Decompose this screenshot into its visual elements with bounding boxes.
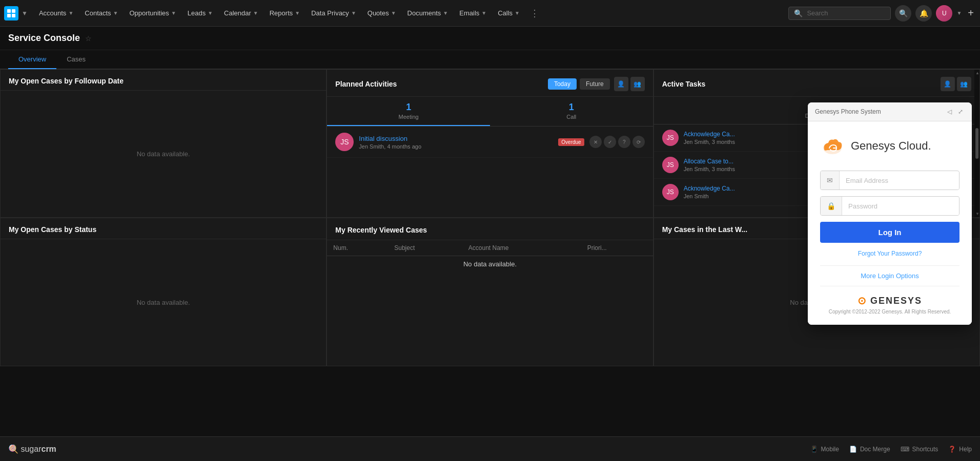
activity-meta: Jen Smith, 4 months ago <box>359 143 553 150</box>
genesys-brand-footer-text: GENESYS <box>870 296 922 306</box>
nav-item-contacts[interactable]: Contacts ▼ <box>79 6 123 20</box>
help-button[interactable]: ❓ Help <box>948 446 972 453</box>
doc-merge-button[interactable]: 📄 Doc Merge <box>849 446 890 453</box>
nav-item-data-privacy[interactable]: Data Privacy ▼ <box>306 6 361 20</box>
add-button[interactable]: + <box>966 5 976 21</box>
email-input[interactable] <box>840 172 959 190</box>
email-input-group[interactable]: ✉ <box>820 171 959 190</box>
tasks-view-buttons: 👤 👥 <box>941 77 971 91</box>
tasks-team-view-icon[interactable]: 👥 <box>957 77 971 91</box>
nav-item-reports[interactable]: Reports ▼ <box>264 6 305 20</box>
shortcuts-button[interactable]: ⌨ Shortcuts <box>901 446 938 453</box>
page-header: Service Console ☆ <box>0 27 980 50</box>
active-tasks-title: Active Tasks <box>662 80 706 88</box>
genesys-modal-header: Genesys Phone System ◁ ⤢ <box>808 102 972 121</box>
modal-expand-icon[interactable]: ⤢ <box>956 108 965 116</box>
tab-overview[interactable]: Overview <box>8 50 56 69</box>
open-cases-followup-panel: My Open Cases by Followup Date No data a… <box>0 69 326 218</box>
notifications-button[interactable]: 🔔 <box>915 5 932 22</box>
filter-today-button[interactable]: Today <box>548 78 577 90</box>
activity-item: JS Initial discussion Jen Smith, 4 month… <box>327 127 652 158</box>
shortcuts-icon: ⌨ <box>901 446 909 453</box>
team-view-icon[interactable]: 👥 <box>630 77 645 91</box>
tab-cases[interactable]: Cases <box>56 50 96 69</box>
task-avatar-3: JS <box>662 184 679 200</box>
nav-dropdown-arrow: ▼ <box>22 10 28 17</box>
genesys-modal-body: Genesys Cloud. ✉ 🔒 Log In Forgot Your Pa… <box>808 121 972 325</box>
nav-search-box[interactable]: 🔍 <box>788 7 891 20</box>
meeting-tab[interactable]: 1 Meeting <box>327 97 490 126</box>
more-login-options-link[interactable]: More Login Options <box>820 265 959 286</box>
recently-viewed-header: My Recently Viewed Cases <box>327 218 652 240</box>
nav-item-quotes[interactable]: Quotes ▼ <box>362 6 401 20</box>
tasks-scrollbar[interactable]: ▲ ▼ <box>974 70 979 217</box>
genesys-cloud-logo-icon <box>820 134 845 158</box>
tasks-individual-view-icon[interactable]: 👤 <box>941 77 955 91</box>
mobile-button[interactable]: 📱 Mobile <box>810 446 839 453</box>
top-nav: ▼ Accounts ▼ Contacts ▼ Opportunities ▼ … <box>0 0 980 27</box>
nav-item-documents[interactable]: Documents ▼ <box>402 6 454 20</box>
login-button[interactable]: Log In <box>820 222 959 243</box>
activity-info-icon[interactable]: ? <box>618 136 630 148</box>
nav-item-calls[interactable]: Calls ▼ <box>493 6 525 20</box>
open-cases-followup-title: My Open Cases by Followup Date <box>1 70 326 91</box>
activity-snooze-icon[interactable]: ⟳ <box>632 136 645 148</box>
search-input[interactable] <box>807 9 879 17</box>
activity-info: Initial discussion Jen Smith, 4 months a… <box>359 135 553 150</box>
activity-name[interactable]: Initial discussion <box>359 135 553 142</box>
activity-avatar: JS <box>335 133 354 151</box>
forgot-password-link[interactable]: Forgot Your Password? <box>820 250 959 257</box>
search-button[interactable]: 🔍 <box>895 5 911 22</box>
search-icon: 🔍 <box>794 9 803 17</box>
modal-collapse-icon[interactable]: ◁ <box>945 108 953 116</box>
sugarcrm-footer-logo: 🍭 sugarcrm <box>8 444 56 454</box>
col-subject: Subject <box>388 240 462 256</box>
footer-actions: 📱 Mobile 📄 Doc Merge ⌨ Shortcuts ❓ Help <box>810 446 972 453</box>
task-avatar-2: JS <box>662 157 679 173</box>
open-cases-followup-body: No data available. <box>1 91 326 217</box>
genesys-modal-controls: ◁ ⤢ <box>945 108 965 116</box>
recently-viewed-table: Num. Subject Account Name Priori... No d… <box>327 240 652 272</box>
sugarcrm-logo-icon <box>4 6 18 20</box>
svg-rect-0 <box>7 9 11 13</box>
svg-rect-1 <box>12 9 15 13</box>
activity-type-tabs: 1 Meeting 1 Call <box>327 97 652 127</box>
user-dropdown-arrow[interactable]: ▼ <box>956 10 962 16</box>
open-cases-status-body: No data available. <box>1 239 326 366</box>
svg-rect-3 <box>12 14 15 17</box>
activity-check-icon[interactable]: ✓ <box>604 136 616 148</box>
call-tab[interactable]: 1 Call <box>490 97 653 126</box>
genesys-logo-area: Genesys Cloud. <box>820 134 959 158</box>
nav-item-calendar[interactable]: Calendar ▼ <box>219 6 263 20</box>
genesys-g-icon: ⊙ <box>858 295 866 307</box>
planned-filter-buttons: Today Future <box>548 78 610 90</box>
genesys-phone-modal: Genesys Phone System ◁ ⤢ Genesys Cloud. … <box>808 102 972 325</box>
genesys-footer: ⊙ GENESYS Copyright ©2012-2022 Genesys. … <box>820 295 959 315</box>
svg-rect-2 <box>7 14 11 17</box>
activity-actions: ✕ ✓ ? ⟳ <box>589 136 645 148</box>
password-input[interactable] <box>842 197 959 215</box>
password-input-group[interactable]: 🔒 <box>820 196 959 216</box>
filter-future-button[interactable]: Future <box>580 78 610 90</box>
nav-more-button[interactable]: ⋮ <box>526 5 543 22</box>
nav-actions: 🔍 🔔 U ▼ + <box>895 5 976 22</box>
planned-view-buttons: 👤 👥 <box>614 77 645 91</box>
col-num: Num. <box>327 240 388 256</box>
nav-items: Accounts ▼ Contacts ▼ Opportunities ▼ Le… <box>34 5 789 22</box>
genesys-brand-name: Genesys Cloud. <box>851 139 931 153</box>
nav-item-leads[interactable]: Leads ▼ <box>182 6 218 20</box>
individual-view-icon[interactable]: 👤 <box>614 77 628 91</box>
planned-activities-title: Planned Activities <box>335 80 397 88</box>
nav-logo[interactable]: ▼ <box>4 6 28 20</box>
page-tabs: Overview Cases <box>0 50 980 69</box>
open-cases-status-title: My Open Cases by Status <box>1 218 326 239</box>
activity-close-icon[interactable]: ✕ <box>589 136 602 148</box>
favorite-star-icon[interactable]: ☆ <box>85 34 92 43</box>
nav-item-accounts[interactable]: Accounts ▼ <box>34 6 78 20</box>
nav-item-emails[interactable]: Emails ▼ <box>454 6 492 20</box>
task-avatar-1: JS <box>662 130 679 146</box>
nav-item-opportunities[interactable]: Opportunities ▼ <box>125 6 181 20</box>
user-avatar[interactable]: U <box>936 5 952 22</box>
planned-activities-header: Planned Activities Today Future 👤 👥 <box>327 70 652 97</box>
mobile-icon: 📱 <box>810 446 818 453</box>
